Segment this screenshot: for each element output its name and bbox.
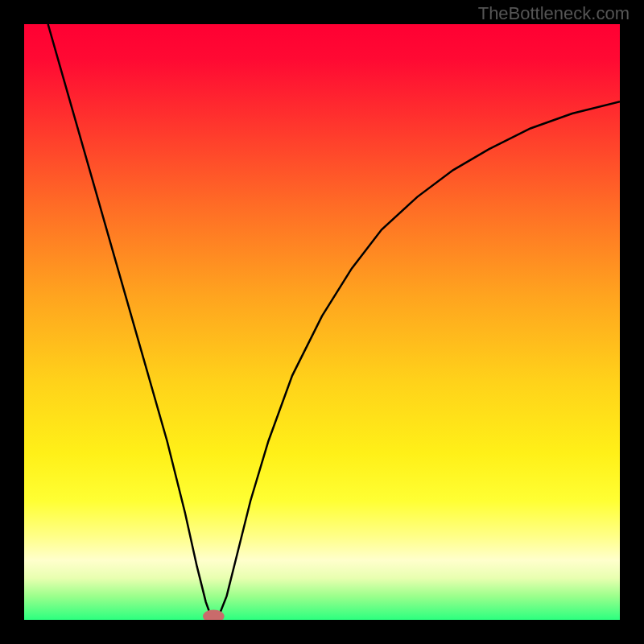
watermark-text: TheBottleneck.com [478, 3, 630, 24]
chart-svg [24, 24, 620, 620]
chart-background [24, 24, 620, 620]
chart-frame [24, 24, 620, 620]
